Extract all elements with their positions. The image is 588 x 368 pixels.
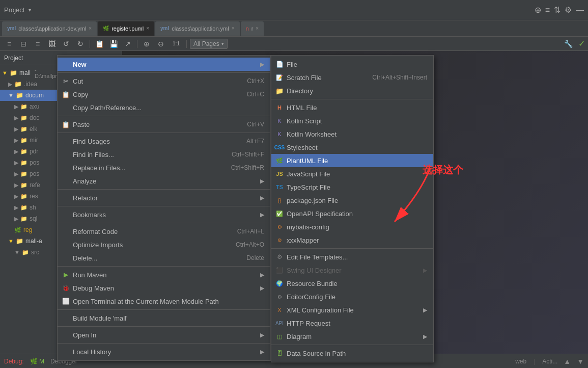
submenu-item-http-request[interactable]: API HTTP Request <box>271 317 433 330</box>
submenu-item-editorconfig[interactable]: ⚙ EditorConfig File <box>271 290 433 303</box>
submenu-item-resource-bundle[interactable]: 🌍 Resource Bundle <box>271 277 433 290</box>
project-label[interactable]: Project <box>4 6 24 14</box>
tab-close[interactable]: × <box>256 25 259 31</box>
submenu-item-stylesheet[interactable]: CSS Stylesheet <box>271 141 433 154</box>
submenu-item-typescript[interactable]: TS TypeScript File <box>271 180 433 194</box>
submenu-item-xxxmapper[interactable]: ⚙ xxxMapper <box>271 233 433 247</box>
menu-item-optimize-imports[interactable]: Optimize Imports Ctrl+Alt+O <box>58 238 270 251</box>
menu-item-paste[interactable]: 📋 Paste Ctrl+V <box>58 118 270 131</box>
toolbar-btn-menu[interactable]: ≡ <box>3 38 15 49</box>
submenu-item-plantuml[interactable]: 🌿 PlantUML File <box>271 154 433 167</box>
menu-separator-4 <box>58 189 270 190</box>
submenu-item-scratch-file[interactable]: 📝 Scratch File Ctrl+Alt+Shift+Insert <box>271 71 433 84</box>
toolbar-icon-list[interactable]: ≡ <box>545 6 550 15</box>
menu-item-bookmarks[interactable]: Bookmarks ▶ <box>58 208 270 221</box>
toolbar-btn-image[interactable]: 🖼 <box>46 38 58 49</box>
submenu-item-diagram[interactable]: ◫ Diagram ▶ <box>271 330 433 343</box>
toolbar-btn-redo[interactable]: ↻ <box>74 38 87 49</box>
submenu-item-package-json[interactable]: {} package.json File <box>271 194 433 207</box>
submenu-item-kotlin-worksheet[interactable]: K Kotlin Worksheet <box>271 127 433 141</box>
submenu-item-label: Directory <box>287 87 313 95</box>
menu-item-run-maven[interactable]: ▶ Run Maven ▶ <box>58 268 270 281</box>
toolbar-btn-wrench[interactable]: 🔧 <box>562 38 574 49</box>
tab-application-yml[interactable]: yml classes\application.yml × <box>155 21 240 36</box>
menu-separator <box>58 72 270 73</box>
context-menu: New ▶ ✂ Cut Ctrl+X 📋 Copy Ctrl+C Copy Pa… <box>57 55 271 361</box>
tab-register-puml[interactable]: 🌿 register.puml × <box>98 21 154 36</box>
submenu-item-edit-templates[interactable]: ⚙ Edit File Templates... <box>271 250 433 264</box>
menu-item-refactor[interactable]: Refactor ▶ <box>58 191 270 204</box>
menu-item-reformat-code[interactable]: Reformat Code Ctrl+Alt+L <box>58 225 270 238</box>
submenu-item-html-file[interactable]: H HTML File <box>271 101 433 114</box>
toolbar-btn-list[interactable]: ≡ <box>32 38 44 49</box>
menu-item-new[interactable]: New ▶ <box>58 58 270 71</box>
toolbar-btn-grid[interactable]: ⊟ <box>17 38 30 49</box>
toolbar-icon-globe[interactable]: ⊕ <box>535 5 541 15</box>
toolbar-btn-export[interactable]: ↗ <box>122 38 134 49</box>
tab-close[interactable]: × <box>89 25 92 31</box>
menu-item-open-in[interactable]: Open In ▶ <box>58 328 270 341</box>
scroll-down-btn[interactable]: ▼ <box>577 357 584 365</box>
submenu-item-label: mybatis-config <box>287 223 329 231</box>
dropdown-arrow[interactable]: ▾ <box>29 7 31 13</box>
menu-item-open-terminal[interactable]: ⬜ Open Terminal at the Current Maven Mod… <box>58 295 270 308</box>
submenu-item-label: PlantUML File <box>287 157 328 165</box>
submenu-item-label: Kotlin Worksheet <box>287 130 337 138</box>
toolbar-btn-refresh[interactable]: ↺ <box>60 38 72 49</box>
edit-templates-icon: ⚙ <box>275 253 284 261</box>
all-pages-dropdown[interactable]: All Pages ▾ <box>190 39 228 49</box>
tab-close[interactable]: × <box>232 25 235 31</box>
top-bar: Project ▾ ⊕ ≡ ⇅ ⚙ — <box>0 0 588 20</box>
menu-item-replace-in-files[interactable]: Replace in Files... Ctrl+Shift+R <box>58 161 270 174</box>
submenu-item-datasource[interactable]: 🗄 Data Source in Path <box>271 347 433 360</box>
toolbar-icon-settings[interactable]: ⚙ <box>565 5 572 15</box>
actions-label[interactable]: Acti... <box>542 358 557 365</box>
submenu-item-swing-ui[interactable]: ⬛ Swing UI Designer ▶ <box>271 264 433 277</box>
submenu-item-mybatis-config[interactable]: ⚙ mybatis-config <box>271 220 433 233</box>
submenu-item-label: TypeScript File <box>287 183 330 191</box>
web-label[interactable]: web <box>515 358 526 365</box>
submenu-item-label: OpenAPI Specification <box>287 210 353 218</box>
local-history-arrow: ▶ <box>260 349 264 355</box>
shortcut-delete: Delete <box>246 254 264 261</box>
menu-item-label: Reformat Code <box>73 228 118 235</box>
submenu-item-xml-config[interactable]: X XML Configuration File ▶ <box>271 303 433 317</box>
menu-item-label: Find in Files... <box>73 151 114 159</box>
toolbar-icon-minimize[interactable]: — <box>576 6 584 15</box>
menu-item-debug-maven[interactable]: 🐞 Debug Maven ▶ <box>58 281 270 295</box>
menu-separator-2 <box>58 116 270 116</box>
submenu-item-openapi[interactable]: ✅ OpenAPI Specification <box>271 207 433 220</box>
toolbar-btn-save[interactable]: 💾 <box>107 38 120 49</box>
menu-item-label: Refactor <box>73 194 98 202</box>
tab-bar: yml classes\application-dev.yml × 🌿 regi… <box>0 20 588 37</box>
menu-item-find-in-files[interactable]: Find in Files... Ctrl+Shift+F <box>58 148 270 161</box>
menu-item-delete[interactable]: Delete... Delete <box>58 251 270 265</box>
submenu-item-directory[interactable]: 📁 Directory <box>271 84 433 97</box>
kotlin-icon: K <box>275 117 284 125</box>
toolbar-icon-sort[interactable]: ⇅ <box>554 5 561 15</box>
toolbar-btn-zoom-out[interactable]: ⊖ <box>155 38 167 49</box>
menu-item-copy-path[interactable]: Copy Path/Reference... <box>58 101 270 114</box>
toolbar-btn-zoom-in[interactable]: ⊕ <box>141 38 153 49</box>
menu-item-copy[interactable]: 📋 Copy Ctrl+C <box>58 88 270 101</box>
menu-item-cut[interactable]: ✂ Cut Ctrl+X <box>58 74 270 88</box>
menu-item-analyze[interactable]: Analyze ▶ <box>58 174 270 188</box>
tab-extra[interactable]: n r × <box>241 21 264 36</box>
directory-icon: 📁 <box>275 87 284 95</box>
tab-application-dev[interactable]: yml classes\application-dev.yml × <box>2 21 97 36</box>
menu-item-find-usages[interactable]: Find Usages Alt+F7 <box>58 135 270 148</box>
menu-item-build-module[interactable]: Build Module 'mall' <box>58 311 270 325</box>
submenu-arrow: ▶ <box>260 61 264 68</box>
submenu-item-label: EditorConfig File <box>287 293 335 301</box>
toolbar-btn-copy[interactable]: 📋 <box>93 38 105 49</box>
submenu-item-kotlin-script[interactable]: K Kotlin Script <box>271 114 433 127</box>
menu-item-local-history[interactable]: Local History ▶ <box>58 345 270 358</box>
tab-close[interactable]: × <box>146 25 149 31</box>
submenu-item-label: Scratch File <box>287 74 322 82</box>
run-maven-arrow: ▶ <box>260 272 264 278</box>
submenu-item-javascript[interactable]: JS JavaScript File <box>271 167 433 180</box>
scroll-up-btn[interactable]: ▲ <box>564 357 571 365</box>
submenu-item-file[interactable]: 📄 File <box>271 58 433 71</box>
toolbar-btn-reset-zoom[interactable]: 1:1 <box>169 38 183 49</box>
menu-item-label: Bookmarks <box>73 211 106 219</box>
